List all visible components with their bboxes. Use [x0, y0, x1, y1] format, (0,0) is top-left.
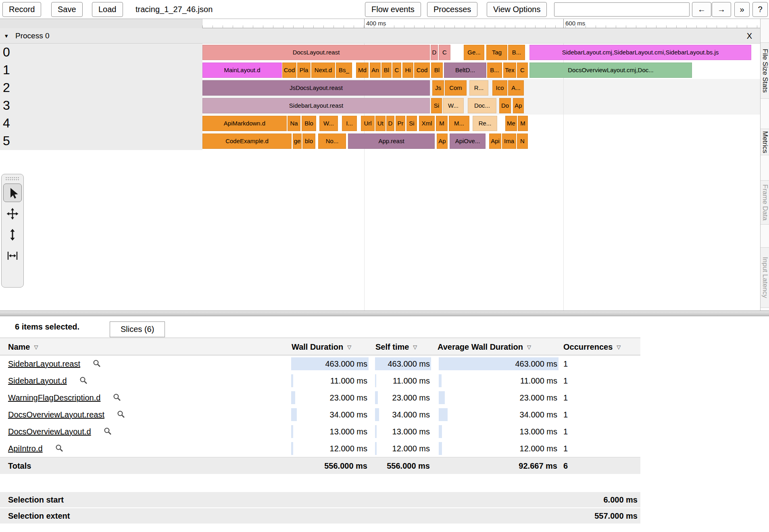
slice-name-link[interactable]: DocsOverviewLayout.reast — [8, 410, 104, 419]
trace-slice[interactable]: Ima — [502, 134, 516, 149]
processes-button[interactable]: Processes — [427, 2, 477, 17]
trace-slice[interactable]: ApiMarkdown.d — [202, 116, 287, 131]
trace-slice[interactable]: CodeExample.d — [202, 134, 292, 149]
selection-tool-button[interactable] — [3, 184, 22, 202]
trace-slice[interactable]: Ge... — [464, 45, 484, 60]
trace-slice[interactable]: D — [431, 45, 438, 60]
magnifier-button[interactable] — [55, 441, 64, 458]
trace-slice[interactable]: Pr — [396, 116, 405, 131]
trace-slice[interactable]: Blo — [302, 116, 316, 131]
column-header-average-wall-duration[interactable]: Average Wall Duration▽ — [438, 338, 531, 356]
view-options-button[interactable]: View Options — [487, 2, 547, 17]
sort-icon[interactable]: ▽ — [34, 344, 38, 350]
trace-slice[interactable]: Cod — [414, 63, 430, 78]
trace-slice[interactable]: App.reast — [348, 134, 435, 149]
trace-slice[interactable]: Ap — [513, 98, 524, 113]
timeline[interactable]: 012345 DocsLayout.reastDCGe...TagB...Sid… — [0, 44, 760, 311]
trace-slice[interactable]: Ico — [492, 80, 507, 96]
trace-slice[interactable]: Doc... — [468, 98, 496, 113]
trace-slice[interactable]: D — [386, 116, 394, 131]
trace-slice[interactable]: Bl — [381, 63, 392, 78]
trace-slice[interactable]: SidebarLayout.cmj,SidebarLayout.cmi,Side… — [529, 45, 751, 60]
overflow-button[interactable]: » — [734, 2, 750, 17]
search-input[interactable] — [554, 2, 690, 17]
magnifier-button[interactable] — [117, 407, 125, 424]
side-tab-metrics[interactable]: Metrics — [761, 129, 769, 155]
slice-name-link[interactable]: ApiIntro.d — [8, 444, 43, 453]
trace-slice[interactable]: Com — [445, 80, 467, 96]
sort-icon[interactable]: ▽ — [617, 344, 621, 350]
panel-splitter[interactable] — [0, 311, 769, 316]
magnifier-button[interactable] — [92, 357, 101, 373]
trace-slice[interactable]: C — [439, 45, 450, 60]
slice-name-link[interactable]: DocsOverviewLayout.d — [8, 427, 91, 436]
column-header-self-time[interactable]: Self time▽ — [375, 338, 417, 356]
magnifier-button[interactable] — [79, 373, 88, 390]
sort-icon[interactable]: ▽ — [413, 344, 417, 350]
side-tab-input-latency[interactable]: Input Latency — [761, 247, 769, 308]
trace-slice[interactable]: No... — [318, 134, 346, 149]
pan-tool-button[interactable] — [3, 204, 22, 223]
timing-tool-button[interactable] — [3, 246, 22, 265]
trace-slice[interactable]: R... — [469, 80, 488, 96]
trace-slice[interactable]: C — [517, 63, 528, 78]
trace-slice[interactable]: Tex — [503, 63, 516, 78]
nav-forward-button[interactable]: → — [712, 2, 731, 17]
trace-slice[interactable]: ApiOve... — [450, 134, 486, 149]
trace-slice[interactable]: Url — [361, 116, 375, 131]
trace-slice[interactable]: I... — [342, 116, 357, 131]
trace-slice[interactable]: Me — [505, 116, 517, 131]
trace-slice[interactable]: ge — [293, 134, 302, 149]
slice-name-link[interactable]: SidebarLayout.reast — [8, 359, 80, 368]
slice-name-link[interactable]: WarningFlagDescription.d — [8, 393, 100, 402]
trace-slice[interactable]: Hi — [402, 63, 413, 78]
palette-drag-handle[interactable] — [5, 177, 20, 181]
sort-icon[interactable]: ▽ — [347, 344, 351, 350]
close-button[interactable]: X — [747, 28, 752, 44]
trace-slice[interactable]: M... — [449, 116, 469, 131]
trace-slice[interactable]: A... — [508, 80, 524, 96]
trace-slice[interactable]: SidebarLayout.reast — [202, 98, 430, 113]
process-header[interactable]: ▾ Process 0 X — [0, 28, 760, 44]
side-tab-frame-data[interactable]: Frame Data — [761, 180, 769, 225]
trace-slice[interactable]: MainLayout.d — [202, 63, 282, 78]
trace-slice[interactable]: An — [370, 63, 381, 78]
save-button[interactable]: Save — [51, 2, 83, 17]
magnifier-button[interactable] — [113, 390, 121, 407]
trace-slice[interactable]: Js — [432, 80, 444, 96]
trace-slice[interactable]: W... — [443, 98, 464, 113]
record-button[interactable]: Record — [2, 2, 41, 17]
trace-slice[interactable]: N — [517, 134, 528, 149]
trace-slice[interactable]: Ap — [437, 134, 448, 149]
collapse-icon[interactable]: ▾ — [5, 28, 8, 44]
trace-slice[interactable]: JsDocsLayout.reast — [202, 80, 430, 96]
trace-slice[interactable]: W... — [319, 116, 338, 131]
trace-slice[interactable]: Si — [431, 98, 442, 113]
slice-name-link[interactable]: SidebarLayout.d — [8, 376, 67, 385]
zoom-tool-button[interactable] — [3, 225, 22, 244]
trace-slice[interactable]: Api — [489, 134, 501, 149]
column-header-occurrences[interactable]: Occurrences▽ — [563, 338, 621, 356]
trace-slice[interactable]: Tag — [486, 45, 507, 60]
nav-back-button[interactable]: ← — [692, 2, 711, 17]
column-header-wall-duration[interactable]: Wall Duration▽ — [292, 338, 351, 356]
trace-slice[interactable]: B... — [487, 63, 502, 78]
trace-slice[interactable]: Re... — [473, 116, 497, 131]
trace-slice[interactable]: Bs_ — [336, 63, 352, 78]
trace-slice[interactable]: Bl — [431, 63, 443, 78]
magnifier-button[interactable] — [103, 424, 112, 441]
trace-slice[interactable]: Xml — [419, 116, 435, 131]
trace-slice[interactable]: Cod — [282, 63, 296, 78]
trace-slice[interactable]: C — [392, 63, 401, 78]
trace-slice[interactable]: Pla — [297, 63, 311, 78]
flow-events-button[interactable]: Flow events — [365, 2, 421, 17]
help-button[interactable]: ? — [752, 2, 768, 17]
sort-icon[interactable]: ▽ — [527, 344, 531, 350]
tool-palette[interactable] — [1, 174, 24, 288]
tab-slices[interactable]: Slices (6) — [110, 321, 165, 337]
trace-slice[interactable]: BeltD... — [444, 63, 486, 78]
trace-slice[interactable]: Next.d — [311, 63, 335, 78]
trace-slice[interactable]: B... — [508, 45, 525, 60]
trace-slice[interactable]: Do — [499, 98, 511, 113]
load-button[interactable]: Load — [92, 2, 123, 17]
